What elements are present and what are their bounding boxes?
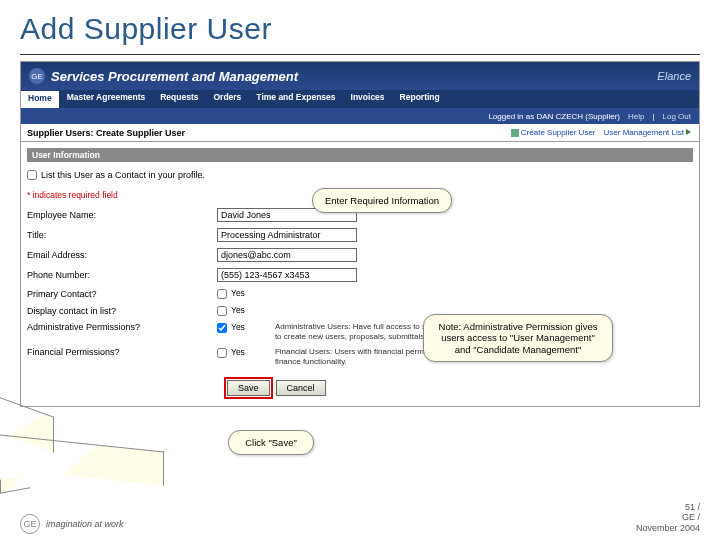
arrow-right-icon (686, 129, 693, 136)
admin-yes-label: Yes (231, 322, 245, 332)
display-contact-label: Display contact in list? (27, 306, 217, 316)
nav-tab-time-expenses[interactable]: Time and Expenses (249, 90, 343, 108)
plus-icon (511, 129, 519, 137)
nav-tab-invoices[interactable]: Invoices (344, 90, 393, 108)
page-number: 51 / (636, 502, 700, 513)
app-title: Services Procurement and Management (51, 69, 298, 84)
create-supplier-user-link[interactable]: Create Supplier User (511, 128, 596, 137)
slide-footer: GE imagination at work 51 / GE / Novembe… (20, 502, 700, 534)
navbar: Home Master Agreements Requests Orders T… (21, 90, 699, 108)
nav-tab-requests[interactable]: Requests (153, 90, 206, 108)
phone-input[interactable] (217, 268, 357, 282)
title-underline (20, 54, 700, 55)
admin-permissions-label: Administrative Permissions? (27, 322, 217, 332)
primary-contact-label: Primary Contact? (27, 289, 217, 299)
footer-org: GE / (636, 512, 700, 523)
list-as-contact-label: List this User as a Contact in your prof… (41, 170, 205, 180)
footer-tagline: imagination at work (46, 519, 124, 529)
divider: | (652, 112, 654, 121)
callout-enter-required: Enter Required Information (312, 188, 452, 213)
title-label: Title: (27, 230, 217, 240)
save-button[interactable]: Save (227, 380, 270, 396)
logout-link[interactable]: Log Out (663, 112, 691, 121)
callout-click-save: Click "Save" (228, 430, 314, 455)
primary-yes-label: Yes (231, 288, 245, 298)
email-label: Email Address: (27, 250, 217, 260)
financial-permissions-checkbox[interactable] (217, 348, 227, 358)
admin-permissions-checkbox[interactable] (217, 323, 227, 333)
email-input[interactable] (217, 248, 357, 262)
display-yes-label: Yes (231, 305, 245, 315)
primary-contact-checkbox[interactable] (217, 289, 227, 299)
list-as-contact-checkbox[interactable] (27, 170, 37, 180)
phone-label: Phone Number: (27, 270, 217, 280)
logged-in-text: Logged in as DAN CZECH (Supplier) (488, 112, 620, 121)
nav-tab-home[interactable]: Home (21, 90, 60, 108)
app-header: GE Services Procurement and Management E… (21, 62, 699, 90)
callout-tail (0, 475, 30, 494)
form-area: User Information List this User as a Con… (21, 142, 699, 406)
slide-title: Add Supplier User (0, 0, 720, 54)
nav-tab-master-agreements[interactable]: Master Agreements (60, 90, 154, 108)
footer-date: November 2004 (636, 523, 700, 534)
page-title: Supplier Users: Create Supplier User (27, 128, 185, 138)
section-user-information: User Information (27, 148, 693, 162)
page-header: Supplier Users: Create Supplier User Cre… (21, 124, 699, 142)
user-management-list-link[interactable]: User Management List (604, 128, 693, 137)
employee-name-label: Employee Name: (27, 210, 217, 220)
display-contact-checkbox[interactable] (217, 306, 227, 316)
ge-logo-icon: GE (20, 514, 40, 534)
help-link[interactable]: Help (628, 112, 644, 121)
ge-monogram-icon: GE (29, 68, 45, 84)
financial-permissions-label: Financial Permissions? (27, 347, 217, 357)
nav-tab-orders[interactable]: Orders (206, 90, 249, 108)
elance-brand: Elance (657, 70, 691, 82)
nav-tab-reporting[interactable]: Reporting (393, 90, 448, 108)
userbar: Logged in as DAN CZECH (Supplier) Help |… (21, 108, 699, 124)
finance-yes-label: Yes (231, 347, 245, 357)
title-input[interactable] (217, 228, 357, 242)
callout-admin-note: Note: Administrative Permission gives us… (423, 314, 613, 362)
cancel-button[interactable]: Cancel (276, 380, 326, 396)
